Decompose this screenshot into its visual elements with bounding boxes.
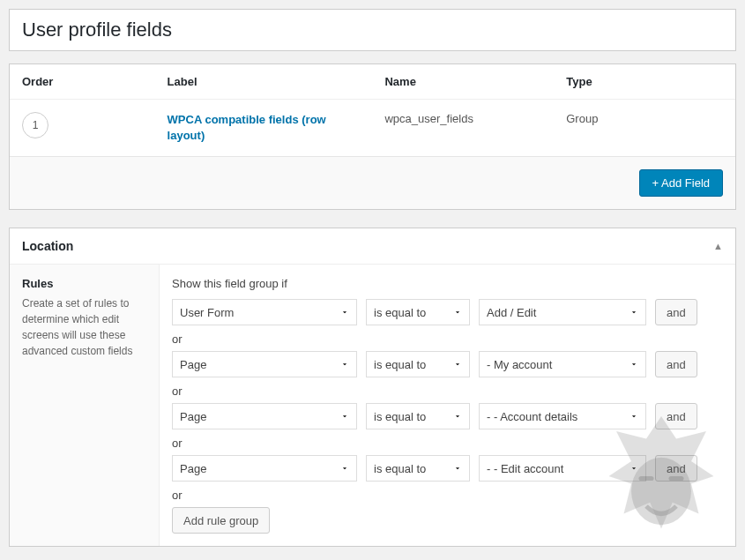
or-separator-final: or [172,489,723,502]
collapse-icon[interactable]: ▲ [713,241,723,251]
field-type: Group [554,100,735,157]
rules-main: Show this field group if User Formis equ… [160,265,735,546]
rule-value-select[interactable]: - My account [479,351,646,377]
and-button[interactable]: and [655,299,697,325]
rule-value-select[interactable]: Add / Edit [479,299,646,325]
rules-intro: Show this field group if [172,277,723,290]
rule-operator-select[interactable]: is equal to [366,455,470,482]
table-footer: + Add Field [10,156,735,209]
rules-sidebar: Rules Create a set of rules to determine… [10,265,160,546]
or-separator: or [172,437,723,450]
rule-row: Pageis equal to- - Account detailsand [172,403,723,429]
location-title: Location [22,239,73,253]
rule-operator-select[interactable]: is equal to [366,299,470,325]
col-name: Name [372,64,554,100]
location-panel: Location ▲ Rules Create a set of rules t… [9,228,736,547]
page-title: User profile fields [10,10,735,50]
fields-table: Order Label Name Type 1 WPCA compatible … [10,64,735,156]
or-separator: or [172,332,723,346]
rule-operator-select[interactable]: is equal to [366,403,470,429]
location-header[interactable]: Location ▲ [10,228,735,265]
field-name: wpca_user_fields [372,100,554,157]
rule-operator-select[interactable]: is equal to [366,351,470,377]
col-type: Type [554,64,735,100]
title-panel: User profile fields [9,9,736,51]
field-label-link[interactable]: WPCA compatible fields (row layout) [168,112,353,144]
fields-panel: Order Label Name Type 1 WPCA compatible … [9,63,736,210]
add-rule-group-button[interactable]: Add rule group [172,507,270,534]
and-button[interactable]: and [655,351,697,377]
rule-value-select[interactable]: - - Account details [479,403,646,429]
order-badge[interactable]: 1 [22,112,48,138]
rule-row: Pageis equal to- - Edit accountand [172,455,723,482]
rule-param-select[interactable]: Page [172,351,357,377]
and-button[interactable]: and [655,455,697,482]
col-order: Order [10,64,155,100]
add-field-button[interactable]: + Add Field [639,169,723,197]
rule-row: User Formis equal toAdd / Editand [172,299,723,325]
rule-param-select[interactable]: User Form [172,299,357,325]
rule-param-select[interactable]: Page [172,455,357,482]
table-row: 1 WPCA compatible fields (row layout) wp… [10,100,735,157]
or-separator: or [172,385,723,398]
rules-title: Rules [22,277,146,290]
col-label: Label [155,64,373,100]
rule-row: Pageis equal to- My accountand [172,351,723,377]
and-button[interactable]: and [655,403,697,429]
rule-value-select[interactable]: - - Edit account [479,455,646,482]
rule-param-select[interactable]: Page [172,403,357,429]
rules-desc: Create a set of rules to determine which… [22,295,146,359]
